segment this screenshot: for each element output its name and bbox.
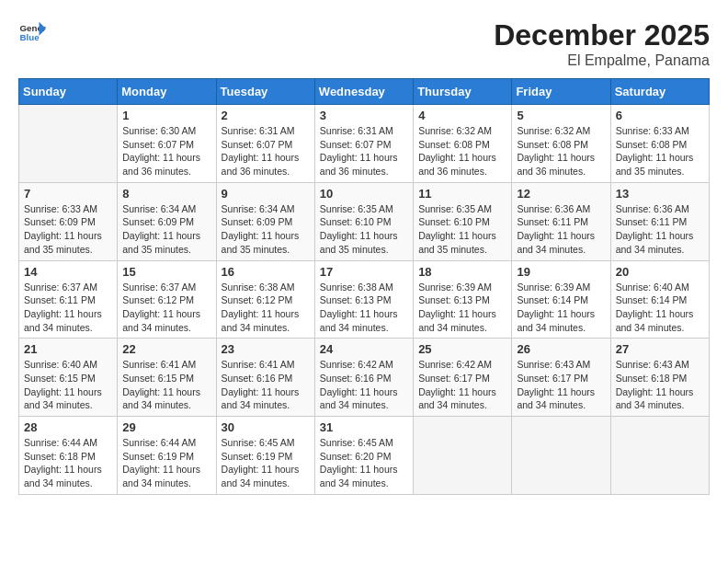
cell-details: Sunrise: 6:39 AMSunset: 6:14 PMDaylight:… [517,281,605,335]
day-number: 13 [616,187,704,201]
cell-details: Sunrise: 6:31 AMSunset: 6:07 PMDaylight:… [320,124,408,178]
calendar-cell: 4Sunrise: 6:32 AMSunset: 6:08 PMDaylight… [414,105,512,183]
day-number: 12 [517,187,605,201]
sunset-text: Sunset: 6:08 PM [517,139,588,150]
calendar-week-3: 21Sunrise: 6:40 AMSunset: 6:15 PMDayligh… [19,339,710,417]
header-monday: Monday [118,79,216,105]
sunrise-text: Sunrise: 6:31 AM [320,125,393,136]
calendar-cell: 24Sunrise: 6:42 AMSunset: 6:16 PMDayligh… [314,339,413,417]
daylight-hours: Daylight: 11 hours [320,464,398,475]
day-number: 29 [122,420,210,434]
sunrise-text: Sunrise: 6:39 AM [418,282,492,293]
calendar-cell: 10Sunrise: 6:35 AMSunset: 6:10 PMDayligh… [314,182,413,260]
sunset-text: Sunset: 6:11 PM [616,216,688,227]
calendar-cell: 29Sunrise: 6:44 AMSunset: 6:19 PMDayligh… [118,417,216,495]
title-block: December 2025 El Empalme, Panama [494,18,710,69]
daylight-minutes: and 34 minutes. [122,477,191,488]
daylight-minutes: and 34 minutes. [320,322,389,333]
sunset-text: Sunset: 6:19 PM [222,451,293,462]
sunset-text: Sunset: 6:11 PM [517,216,588,227]
header-tuesday: Tuesday [216,79,314,105]
calendar-cell: 28Sunrise: 6:44 AMSunset: 6:18 PMDayligh… [19,417,118,495]
calendar-cell: 22Sunrise: 6:41 AMSunset: 6:15 PMDayligh… [118,339,216,417]
cell-details: Sunrise: 6:34 AMSunset: 6:09 PMDaylight:… [122,202,210,257]
sunrise-text: Sunrise: 6:37 AM [122,282,196,293]
day-number: 24 [320,342,408,356]
sunrise-text: Sunrise: 6:33 AM [24,203,97,214]
sunrise-text: Sunrise: 6:43 AM [517,359,590,370]
sunset-text: Sunset: 6:13 PM [320,294,392,305]
daylight-minutes: and 34 minutes. [517,322,586,333]
daylight-hours: Daylight: 11 hours [418,230,496,241]
day-number: 15 [122,265,210,279]
sunrise-text: Sunrise: 6:30 AM [122,125,196,136]
cell-details: Sunrise: 6:34 AMSunset: 6:09 PMDaylight:… [222,202,310,257]
daylight-hours: Daylight: 11 hours [616,308,694,319]
day-number: 6 [616,109,704,122]
sunrise-text: Sunrise: 6:40 AM [616,282,689,293]
calendar-cell: 14Sunrise: 6:37 AMSunset: 6:11 PMDayligh… [19,260,118,339]
calendar-cell: 12Sunrise: 6:36 AMSunset: 6:11 PMDayligh… [512,182,610,260]
sunset-text: Sunset: 6:15 PM [24,373,96,384]
calendar-cell: 11Sunrise: 6:35 AMSunset: 6:10 PMDayligh… [414,182,512,260]
sunset-text: Sunset: 6:09 PM [222,216,293,227]
sunset-text: Sunset: 6:17 PM [418,373,490,384]
cell-details: Sunrise: 6:41 AMSunset: 6:16 PMDaylight:… [222,358,310,412]
day-number: 28 [24,420,112,434]
cell-details: Sunrise: 6:33 AMSunset: 6:08 PMDaylight:… [616,124,704,178]
day-number: 2 [222,109,310,122]
calendar-cell: 23Sunrise: 6:41 AMSunset: 6:16 PMDayligh… [216,339,314,417]
daylight-hours: Daylight: 11 hours [222,308,300,319]
daylight-minutes: and 35 minutes. [222,244,290,255]
daylight-hours: Daylight: 11 hours [122,308,200,319]
daylight-minutes: and 34 minutes. [320,399,389,410]
daylight-minutes: and 34 minutes. [122,399,191,410]
calendar-cell [610,417,709,495]
daylight-hours: Daylight: 11 hours [222,386,300,397]
daylight-minutes: and 34 minutes. [418,399,487,410]
sunset-text: Sunset: 6:07 PM [222,139,293,150]
daylight-minutes: and 34 minutes. [616,322,685,333]
cell-details: Sunrise: 6:39 AMSunset: 6:13 PMDaylight:… [418,281,506,335]
daylight-minutes: and 34 minutes. [24,477,93,488]
daylight-minutes: and 35 minutes. [24,244,93,255]
cell-details: Sunrise: 6:45 AMSunset: 6:20 PMDaylight:… [320,436,408,490]
sunrise-text: Sunrise: 6:42 AM [320,359,393,370]
day-number: 8 [122,187,210,201]
sunset-text: Sunset: 6:07 PM [320,139,392,150]
calendar-cell: 19Sunrise: 6:39 AMSunset: 6:14 PMDayligh… [512,260,610,339]
day-number: 26 [517,342,605,356]
daylight-minutes: and 34 minutes. [616,399,685,410]
daylight-hours: Daylight: 11 hours [222,464,300,475]
calendar-cell: 9Sunrise: 6:34 AMSunset: 6:09 PMDaylight… [216,182,314,260]
sunset-text: Sunset: 6:08 PM [616,139,688,150]
day-number: 22 [122,342,210,356]
daylight-minutes: and 36 minutes. [418,166,487,177]
cell-details: Sunrise: 6:35 AMSunset: 6:10 PMDaylight:… [320,202,408,257]
calendar-cell: 16Sunrise: 6:38 AMSunset: 6:12 PMDayligh… [216,260,314,339]
calendar-cell: 1Sunrise: 6:30 AMSunset: 6:07 PMDaylight… [118,105,216,183]
daylight-hours: Daylight: 11 hours [418,308,496,319]
daylight-minutes: and 36 minutes. [320,166,389,177]
sunrise-text: Sunrise: 6:40 AM [24,359,97,370]
daylight-minutes: and 36 minutes. [517,166,586,177]
day-number: 20 [616,265,704,279]
sunrise-text: Sunrise: 6:41 AM [122,359,196,370]
logo: General Blue [18,18,46,46]
daylight-minutes: and 34 minutes. [24,399,93,410]
cell-details: Sunrise: 6:40 AMSunset: 6:14 PMDaylight:… [616,281,704,335]
daylight-minutes: and 34 minutes. [517,244,586,255]
calendar-cell [414,417,512,495]
page-subtitle: El Empalme, Panama [494,52,710,69]
daylight-hours: Daylight: 11 hours [616,152,694,163]
sunrise-text: Sunrise: 6:38 AM [222,282,295,293]
sunset-text: Sunset: 6:15 PM [122,373,194,384]
cell-details: Sunrise: 6:42 AMSunset: 6:17 PMDaylight:… [418,358,506,412]
day-number: 23 [222,342,310,356]
daylight-hours: Daylight: 11 hours [222,152,300,163]
day-number: 16 [222,265,310,279]
calendar-cell: 18Sunrise: 6:39 AMSunset: 6:13 PMDayligh… [414,260,512,339]
calendar-cell [512,417,610,495]
daylight-hours: Daylight: 11 hours [418,386,496,397]
day-number: 19 [517,265,605,279]
